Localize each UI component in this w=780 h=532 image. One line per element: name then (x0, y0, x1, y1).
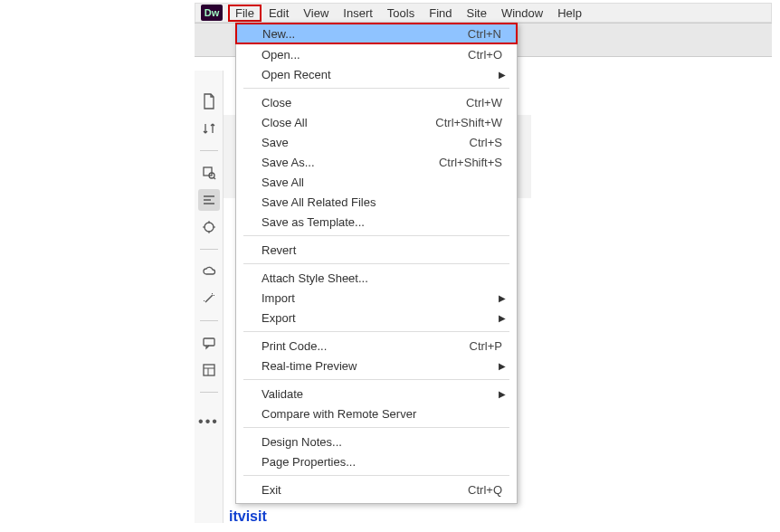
menuitem-rt-preview[interactable]: Real-time Preview ▶ (236, 356, 517, 375)
align-left-icon[interactable] (198, 189, 220, 211)
menuitem-shortcut: Ctrl+W (466, 96, 502, 109)
menuitem-label: Design Notes... (262, 435, 502, 449)
menuitem-shortcut: Ctrl+P (470, 339, 502, 353)
menu-separator (243, 88, 509, 89)
menu-separator (243, 331, 509, 332)
svg-rect-12 (204, 338, 214, 346)
menu-separator (243, 235, 509, 236)
menuitem-open-recent[interactable]: Open Recent ▶ (236, 64, 517, 84)
menuitem-label: Revert (262, 243, 502, 257)
menuitem-new[interactable]: New... Ctrl+N (235, 23, 518, 44)
document-text: itvisit (229, 508, 267, 525)
inspect-icon[interactable] (198, 162, 220, 184)
layout-icon[interactable] (198, 359, 220, 381)
menuitem-close-all[interactable]: Close All Ctrl+Shift+W (236, 112, 517, 132)
wand-icon[interactable] (198, 288, 220, 309)
comment-icon[interactable] (198, 332, 220, 354)
menuitem-save[interactable]: Save Ctrl+S (236, 132, 517, 152)
submenu-arrow-icon: ▶ (499, 293, 506, 303)
menuitem-label: Save All Related Files (262, 195, 502, 209)
menuitem-label: New... (262, 27, 468, 41)
menuitem-label: Compare with Remote Server (262, 407, 502, 421)
sort-icon[interactable] (198, 118, 220, 139)
tool-panel: ••• (195, 71, 224, 523)
menuitem-label: Save (262, 136, 470, 149)
menuitem-compare-remote[interactable]: Compare with Remote Server (236, 404, 517, 423)
menu-window[interactable]: Window (494, 5, 550, 22)
svg-rect-13 (204, 365, 214, 375)
menuitem-label: Export (262, 311, 502, 325)
menubar: Dw File Edit View Insert Tools Find Site… (195, 3, 772, 23)
menuitem-shortcut: Ctrl+Q (468, 483, 502, 497)
tool-separator (200, 320, 218, 321)
menuitem-label: Save As... (262, 156, 439, 169)
svg-line-2 (214, 177, 215, 179)
tool-separator (200, 392, 218, 393)
file-dropdown: New... Ctrl+N Open... Ctrl+O Open Recent… (235, 23, 518, 504)
svg-point-6 (205, 223, 214, 232)
menu-find[interactable]: Find (422, 5, 459, 22)
menu-help[interactable]: Help (550, 5, 589, 22)
menu-file[interactable]: File (228, 5, 262, 22)
menuitem-page-props[interactable]: Page Properties... (236, 451, 517, 471)
menuitem-label: Real-time Preview (262, 359, 502, 373)
menuitem-design-notes[interactable]: Design Notes... (236, 432, 517, 451)
menu-edit[interactable]: Edit (262, 5, 296, 22)
menuitem-label: Save All (262, 176, 502, 189)
menuitem-exit[interactable]: Exit Ctrl+Q (236, 480, 517, 499)
menuitem-label: Print Code... (262, 339, 470, 353)
menuitem-print-code[interactable]: Print Code... Ctrl+P (236, 336, 517, 356)
menuitem-label: Import (262, 291, 502, 305)
menuitem-label: Open Recent (262, 68, 502, 81)
menuitem-save-as[interactable]: Save As... Ctrl+Shift+S (236, 152, 517, 172)
menuitem-revert[interactable]: Revert (236, 240, 517, 260)
menuitem-label: Open... (262, 48, 468, 62)
svg-rect-0 (204, 167, 212, 176)
menuitem-shortcut: Ctrl+Shift+S (439, 156, 502, 169)
menuitem-shortcut: Ctrl+S (470, 136, 502, 149)
submenu-arrow-icon: ▶ (499, 361, 506, 371)
menuitem-export[interactable]: Export ▶ (236, 308, 517, 328)
menuitem-label: Exit (262, 483, 468, 497)
svg-line-11 (205, 295, 213, 302)
menuitem-label: Page Properties... (262, 455, 502, 469)
menuitem-open[interactable]: Open... Ctrl+O (236, 44, 517, 64)
menuitem-label: Attach Style Sheet... (262, 271, 502, 285)
file-tool-icon[interactable] (198, 90, 220, 112)
more-icon[interactable]: ••• (198, 411, 220, 432)
submenu-arrow-icon: ▶ (499, 389, 506, 399)
menuitem-save-all[interactable]: Save All (236, 172, 517, 192)
menu-view[interactable]: View (296, 5, 336, 22)
menuitem-attach-css[interactable]: Attach Style Sheet... (236, 268, 517, 288)
menu-separator (243, 263, 509, 264)
submenu-arrow-icon: ▶ (499, 313, 506, 323)
menu-separator (243, 379, 509, 380)
app-logo: Dw (201, 5, 223, 21)
menu-insert[interactable]: Insert (336, 5, 380, 22)
submenu-arrow-icon: ▶ (499, 70, 506, 80)
menuitem-shortcut: Ctrl+O (468, 48, 502, 62)
menuitem-shortcut: Ctrl+Shift+W (435, 116, 502, 129)
menuitem-save-template[interactable]: Save as Template... (236, 212, 517, 232)
menuitem-label: Validate (262, 387, 502, 401)
menu-site[interactable]: Site (459, 5, 493, 22)
menuitem-label: Close All (262, 116, 435, 129)
menuitem-shortcut: Ctrl+N (468, 27, 501, 41)
tool-separator (200, 249, 218, 250)
menu-separator (243, 427, 509, 428)
menuitem-save-related[interactable]: Save All Related Files (236, 192, 517, 212)
menuitem-label: Close (262, 96, 466, 109)
menuitem-label: Save as Template... (262, 215, 502, 229)
tool-separator (200, 150, 218, 151)
menu-tools[interactable]: Tools (380, 5, 422, 22)
cloud-icon[interactable] (198, 261, 220, 282)
menuitem-validate[interactable]: Validate ▶ (236, 384, 517, 404)
menuitem-close[interactable]: Close Ctrl+W (236, 92, 517, 112)
menuitem-import[interactable]: Import ▶ (236, 288, 517, 308)
target-icon[interactable] (198, 216, 220, 238)
menu-separator (243, 475, 509, 476)
